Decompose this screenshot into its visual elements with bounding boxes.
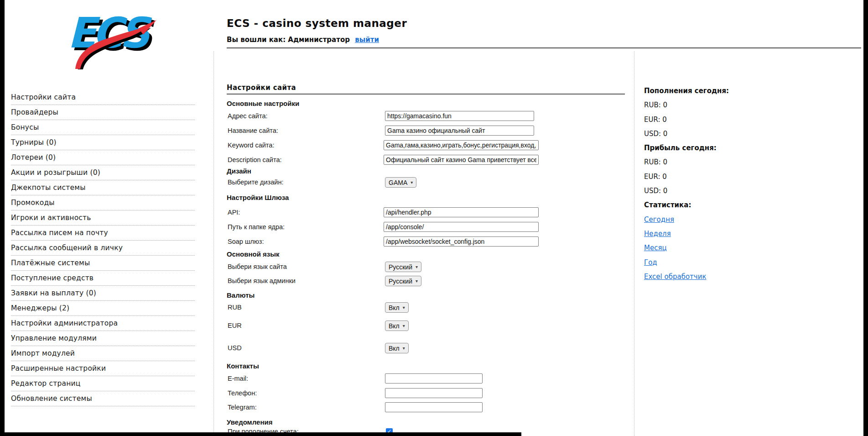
soap-gateway-input[interactable]	[384, 236, 539, 247]
sidebar-item-incoming-funds[interactable]: Поступление средств	[11, 271, 195, 286]
site-address-input[interactable]	[385, 111, 534, 121]
sidebar-item-payment-systems[interactable]: Платёжные системы	[11, 256, 195, 271]
statistics-header: Статистика:	[644, 198, 858, 212]
field-label: Soap шлюз:	[228, 236, 264, 247]
chevron-down-icon: ▾	[416, 279, 418, 284]
sidebar-item-module-management[interactable]: Управление модулями	[11, 331, 195, 346]
eur-select[interactable]: Вкл ▾	[385, 320, 409, 331]
telegram-input[interactable]	[385, 402, 483, 412]
sidebar-item-providers[interactable]: Провайдеры	[11, 105, 195, 120]
left-black-strip	[0, 0, 5, 436]
sidebar-item-system-update[interactable]: Обновление системы	[11, 391, 195, 406]
form-row: Выберите дизайн: GAMA ▾	[227, 177, 634, 188]
deposits-today-header: Пополнения сегодня:	[644, 84, 858, 98]
field-label: Выбери язык админки	[228, 276, 296, 286]
chevron-down-icon: ▾	[403, 324, 405, 328]
right-black-strip	[863, 0, 868, 436]
admin-language-select[interactable]: Русский ▾	[385, 276, 421, 286]
stats-link-today[interactable]: Сегодня	[644, 215, 674, 224]
sidebar-item-module-import[interactable]: Импорт модулей	[11, 346, 195, 361]
stats-link-week[interactable]: Неделя	[644, 230, 671, 238]
form-row: Keyword сайта:	[227, 140, 634, 151]
field-label: E-mail:	[228, 373, 248, 383]
sidebar-item-email-broadcast[interactable]: Рассылка писем на почту	[11, 226, 195, 241]
phone-input[interactable]	[385, 388, 483, 398]
settings-form: Настройки сайта Основные настройки Адрес…	[227, 0, 634, 436]
stats-panel: Пополнения сегодня: RUB: 0 EUR: 0 USD: 0…	[644, 84, 858, 284]
field-label: Выберите дизайн:	[228, 177, 283, 187]
form-row: E-mail:	[227, 373, 634, 384]
section-currencies: Валюты	[227, 291, 255, 299]
chevron-down-icon: ▾	[403, 305, 405, 310]
site-description-input[interactable]	[384, 155, 539, 165]
profit-today-header: Прибыль сегодня:	[644, 141, 858, 155]
form-row: Выбери язык админки Русский ▾	[227, 276, 634, 287]
bottom-black-strip	[0, 432, 521, 436]
profit-rub: RUB: 0	[644, 155, 858, 169]
section-language: Основной язык	[227, 250, 280, 258]
select-value: Вкл	[389, 345, 400, 352]
form-row: EUR Вкл ▾	[227, 320, 634, 331]
sidebar-menu: Настройки сайта Провайдеры Бонусы Турнир…	[11, 90, 195, 406]
sidebar-item-tournaments[interactable]: Турниры (0)	[11, 135, 195, 150]
section-contacts: Контакты	[227, 362, 259, 370]
sidebar-item-withdrawal-requests[interactable]: Заявки на выплату (0)	[11, 286, 195, 301]
section-gateway: Настройки Шлюза	[227, 194, 289, 201]
sidebar-item-pm-broadcast[interactable]: Рассылка сообщений в личку	[11, 241, 195, 256]
form-row: USD Вкл ▾	[227, 343, 634, 354]
deposits-rub: RUB: 0	[644, 98, 858, 112]
sidebar-item-players-activity[interactable]: Игроки и активность	[11, 210, 195, 226]
sidebar-item-lotteries[interactable]: Лотереи (0)	[11, 150, 195, 165]
api-input[interactable]	[384, 207, 539, 217]
form-row: API:	[227, 207, 634, 218]
deposits-usd: USD: 0	[644, 127, 858, 141]
profit-usd: USD: 0	[644, 184, 858, 198]
main-rightpanel-separator	[634, 51, 634, 436]
profit-eur: EUR: 0	[644, 170, 858, 184]
sidebar-item-advanced-settings[interactable]: Расширенные настройки	[11, 361, 195, 376]
deposits-eur: EUR: 0	[644, 113, 858, 127]
sidebar-item-promocodes[interactable]: Промокоды	[11, 195, 195, 210]
field-label: Путь к папке ядра:	[228, 222, 285, 232]
form-row: Soap шлюз:	[227, 236, 634, 247]
section-design: Дизайн	[227, 167, 251, 175]
sidebar-item-site-settings[interactable]: Настройки сайта	[11, 90, 195, 105]
usd-select[interactable]: Вкл ▾	[385, 343, 409, 353]
design-select[interactable]: GAMA ▾	[385, 177, 416, 188]
form-row: RUB Вкл ▾	[227, 302, 634, 313]
form-heading: Настройки сайта	[227, 84, 296, 92]
rub-select[interactable]: Вкл ▾	[385, 302, 409, 313]
select-value: Русский	[389, 278, 412, 285]
field-label: Keyword сайта:	[228, 140, 274, 150]
chevron-down-icon: ▾	[411, 180, 413, 185]
sidebar-item-bonuses[interactable]: Бонусы	[11, 120, 195, 135]
site-keyword-input[interactable]	[384, 140, 539, 150]
site-language-select[interactable]: Русский ▾	[385, 262, 421, 272]
stats-link-month[interactable]: Месяц	[644, 244, 667, 252]
stats-link-year[interactable]: Год	[644, 258, 657, 267]
sidebar-item-managers[interactable]: Менеджеры (2)	[11, 301, 195, 316]
select-value: Вкл	[389, 322, 400, 330]
sidebar-item-jackpots[interactable]: Джекпоты системы	[11, 180, 195, 195]
field-label: USD	[228, 343, 242, 353]
section-basic-settings: Основные настройки	[227, 100, 299, 107]
field-label: Название сайта:	[228, 126, 278, 136]
email-input[interactable]	[385, 373, 483, 383]
form-row: Telegram:	[227, 402, 634, 413]
sidebar-item-promotions[interactable]: Акции и розыгрыши (0)	[11, 165, 195, 180]
core-path-input[interactable]	[384, 222, 539, 232]
field-label: Description сайта:	[228, 155, 282, 165]
section-notifications: Уведомления	[227, 418, 272, 426]
field-label: Выбери язык сайта	[228, 262, 287, 272]
field-label: Адрес сайта:	[228, 111, 268, 121]
select-value: GAMA	[389, 179, 407, 186]
select-value: Вкл	[389, 304, 400, 311]
field-label: API:	[228, 207, 240, 217]
site-name-input[interactable]	[385, 126, 534, 136]
form-row: Description сайта:	[227, 155, 634, 166]
chevron-down-icon: ▾	[403, 346, 405, 351]
field-label: RUB	[228, 302, 242, 312]
sidebar-item-page-editor[interactable]: Редактор страниц	[11, 376, 195, 391]
sidebar-item-admin-settings[interactable]: Настройки администратора	[11, 316, 195, 331]
stats-link-excel[interactable]: Excel обработчик	[644, 273, 706, 281]
